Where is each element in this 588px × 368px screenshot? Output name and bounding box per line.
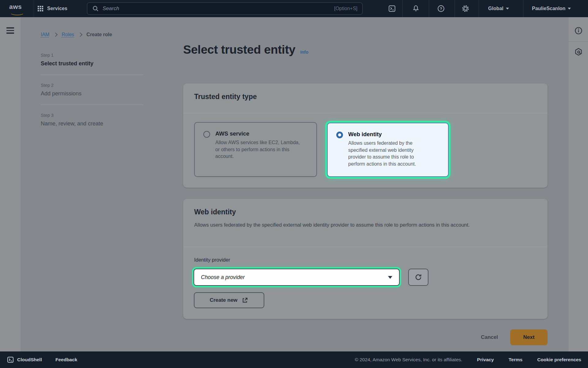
region-selector[interactable]: Global xyxy=(488,0,509,17)
notifications-button[interactable] xyxy=(409,0,423,17)
divider xyxy=(41,75,143,75)
account-label: PaulieScanlon xyxy=(532,6,565,11)
step-number: Step 1 xyxy=(41,53,143,58)
info-link[interactable]: Info xyxy=(300,50,308,55)
chevron-down-icon xyxy=(388,276,392,279)
refresh-icon xyxy=(414,273,422,281)
identity-provider-select[interactable]: Choose a provider xyxy=(194,269,400,286)
divider xyxy=(523,0,523,17)
aws-smile-icon xyxy=(10,10,24,15)
aws-console-page: aws Services Search xyxy=(0,0,588,368)
info-panel-button[interactable] xyxy=(574,26,583,35)
gear-icon xyxy=(462,5,469,13)
option-description: Allow AWS services like EC2, Lambda, or … xyxy=(215,139,300,160)
breadcrumb-link-iam[interactable]: IAM xyxy=(41,32,49,37)
divider xyxy=(34,0,34,17)
terms-link[interactable]: Terms xyxy=(509,357,522,362)
help-button[interactable]: ? xyxy=(434,0,448,17)
divider xyxy=(402,0,403,17)
step-title: Add permissions xyxy=(41,90,143,97)
chevron-down-icon xyxy=(568,8,571,10)
aws-logo[interactable]: aws xyxy=(9,4,25,14)
copyright-text: © 2024, Amazon Web Services, Inc. or its… xyxy=(355,357,462,362)
divider xyxy=(479,0,479,17)
divider xyxy=(454,0,455,17)
services-label: Services xyxy=(47,6,67,11)
step-item-1[interactable]: Step 1 Select trusted entity xyxy=(41,53,143,67)
services-menu-button[interactable]: Services xyxy=(37,0,67,17)
chevron-down-icon xyxy=(506,8,509,10)
cloudshell-terminal-icon xyxy=(388,5,396,13)
left-nav-rail xyxy=(0,17,21,351)
bell-icon xyxy=(412,5,420,13)
breadcrumb-link-roles[interactable]: Roles xyxy=(62,32,74,37)
breadcrumb: IAM Roles Create role xyxy=(41,32,112,37)
card-description: Allows users federated by the specified … xyxy=(194,221,519,229)
trusted-entity-type-card: Trusted entity type AWS service Allow AW… xyxy=(183,83,548,188)
card-title: Web identity xyxy=(194,208,236,216)
step-item-3[interactable]: Step 3 Name, review, and create xyxy=(41,113,143,127)
chevron-right-icon xyxy=(53,32,58,36)
select-placeholder: Choose a provider xyxy=(201,274,388,281)
info-icon xyxy=(574,26,583,35)
identity-provider-label: Identity provider xyxy=(194,257,230,263)
cloudshell-terminal-icon xyxy=(7,356,14,363)
cancel-button[interactable]: Cancel xyxy=(481,334,498,340)
refresh-providers-button[interactable] xyxy=(408,269,428,286)
right-tools-rail xyxy=(568,17,588,351)
search-input[interactable]: Search [Option+S] xyxy=(87,2,363,15)
aws-logo-text: aws xyxy=(9,4,25,10)
help-icon: ? xyxy=(437,5,445,13)
web-identity-card: Web identity Allows users federated by t… xyxy=(183,199,548,319)
top-navigation-bar: aws Services Search xyxy=(0,0,588,17)
privacy-link[interactable]: Privacy xyxy=(477,357,494,362)
step-item-2[interactable]: Step 2 Add permissions xyxy=(41,83,143,97)
radio-selected[interactable] xyxy=(336,132,343,138)
card-title: Trusted entity type xyxy=(194,93,257,101)
feedback-link[interactable]: Feedback xyxy=(55,357,77,362)
footer-cloudshell-button[interactable]: CloudShell xyxy=(7,356,42,363)
search-placeholder: Search xyxy=(103,6,330,12)
option-title: Web identity xyxy=(348,131,425,138)
settings-button[interactable] xyxy=(459,0,472,17)
option-title: AWS service xyxy=(215,130,300,137)
step-title: Select trusted entity xyxy=(41,60,143,67)
chevron-right-icon xyxy=(78,32,82,36)
divider xyxy=(429,0,429,17)
hexagon-icon xyxy=(574,48,583,56)
divider xyxy=(41,105,143,105)
option-tile-aws-service[interactable]: AWS service Allow AWS services like EC2,… xyxy=(194,122,317,177)
region-label: Global xyxy=(488,6,503,11)
step-number: Step 2 xyxy=(41,83,143,88)
step-number: Step 3 xyxy=(41,113,143,118)
search-shortcut-hint: [Option+S] xyxy=(334,6,357,11)
cookie-preferences-link[interactable]: Cookie preferences xyxy=(537,357,581,362)
option-tile-web-identity[interactable]: Web identity Allows users federated by t… xyxy=(327,123,449,177)
next-button[interactable]: Next xyxy=(510,329,548,345)
wizard-action-row: Cancel Next xyxy=(183,329,548,345)
divider xyxy=(568,41,588,42)
step-title: Name, review, and create xyxy=(41,121,143,127)
wizard-steps-nav: Step 1 Select trusted entity Step 2 Add … xyxy=(41,53,143,127)
create-new-label: Create new xyxy=(210,297,238,303)
hamburger-menu-icon[interactable] xyxy=(6,27,14,34)
cloudshell-button[interactable] xyxy=(385,0,399,17)
create-new-button[interactable]: Create new xyxy=(194,292,264,308)
footer-bar: CloudShell Feedback © 2024, Amazon Web S… xyxy=(0,351,588,368)
resources-panel-button[interactable] xyxy=(574,48,583,56)
external-link-icon xyxy=(242,297,248,304)
page-title: Select trusted entity xyxy=(183,43,295,56)
search-icon xyxy=(92,5,99,12)
svg-text:?: ? xyxy=(440,6,442,11)
account-menu[interactable]: PaulieScanlon xyxy=(532,0,571,17)
divider xyxy=(183,247,548,247)
page-header: Select trusted entity Info xyxy=(183,43,308,56)
option-description: Allows users federated by the specified … xyxy=(348,140,425,168)
services-grid-icon xyxy=(37,6,43,12)
radio-unselected[interactable] xyxy=(203,131,210,138)
breadcrumb-current: Create role xyxy=(86,32,112,37)
cloudshell-label: CloudShell xyxy=(17,357,42,362)
divider xyxy=(183,113,548,113)
